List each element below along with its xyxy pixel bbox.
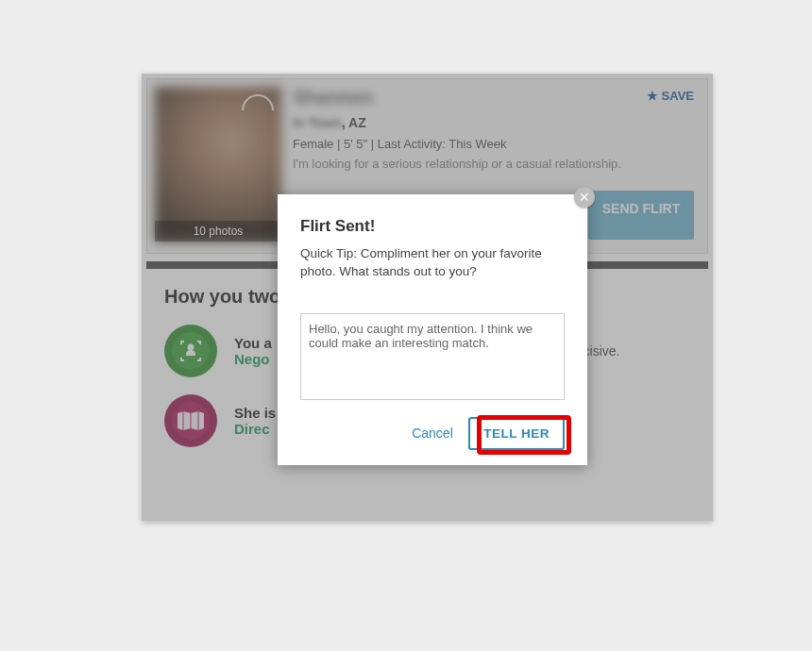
tell-her-button[interactable]: TELL HER: [468, 417, 565, 450]
modal-tip: Quick Tip: Compliment her on your favori…: [300, 245, 565, 281]
close-icon[interactable]: ✕: [574, 187, 595, 208]
cancel-button[interactable]: Cancel: [412, 426, 453, 441]
flirt-sent-modal: ✕ Flirt Sent! Quick Tip: Compliment her …: [278, 194, 587, 465]
modal-title: Flirt Sent!: [300, 217, 565, 236]
message-input[interactable]: [300, 313, 565, 400]
modal-actions: Cancel TELL HER: [300, 417, 565, 450]
